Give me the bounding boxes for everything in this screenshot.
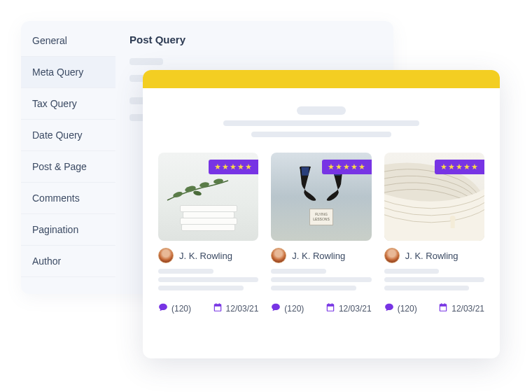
calendar-icon [213,302,223,314]
sidebar-label: Tax Query [32,98,77,109]
calendar-icon [438,302,448,314]
sidebar-label: Author [32,255,61,267]
post-date-value: 12/03/21 [226,304,259,314]
comment-icon [158,302,168,314]
svg-point-2 [199,181,209,188]
svg-point-4 [192,190,202,197]
comment-count: (120) [158,302,191,314]
post-date: 12/03/21 [326,302,372,314]
placeholder [130,58,163,65]
post-meta: (120) 12/03/21 [158,302,258,314]
post-card[interactable]: ★★★★★ J. K. Rowling (120) [384,153,484,314]
post-card[interactable]: ★★★★★ J. K. Rowling (120) [158,153,258,314]
content-title: Post Query [130,34,379,46]
post-thumbnail: FLYING LESSONS ★★★★★ [271,153,371,241]
excerpt-placeholder [271,269,371,294]
comment-count: (120) [271,302,304,314]
rating-badge: ★★★★★ [209,160,258,174]
author-row: J. K. Rowling [271,248,371,263]
comment-icon [384,302,394,314]
calendar-icon [326,302,335,314]
plant-illustration [164,172,234,207]
placeholder-row [130,58,379,65]
excerpt-placeholder [384,269,484,294]
sidebar-item-general[interactable]: General [21,25,115,57]
preview-topbar [143,70,500,88]
post-date: 12/03/21 [213,302,259,314]
sidebar-label: General [32,35,67,46]
sidebar-item-pagination[interactable]: Pagination [21,214,115,246]
post-date-value: 12/03/21 [451,304,484,314]
post-thumbnail: ★★★★★ [158,153,258,241]
post-date-value: 12/03/21 [339,304,372,314]
rating-badge: ★★★★★ [322,160,372,174]
rating-badge: ★★★★★ [435,160,484,174]
post-card[interactable]: FLYING LESSONS ★★★★★ J. K. Rowling [271,153,371,314]
post-cards-row: ★★★★★ J. K. Rowling (120) [158,153,484,314]
excerpt-placeholder [158,269,258,294]
sidebar-label: Pagination [32,224,78,235]
comment-count: (120) [384,302,417,314]
author-avatar [158,248,174,263]
author-name: J. K. Rowling [405,251,458,261]
sidebar-item-date-query[interactable]: Date Query [21,120,115,151]
author-row: J. K. Rowling [158,248,258,263]
preview-header [158,106,484,137]
sidebar-label: Comments [32,192,80,204]
author-name: J. K. Rowling [292,251,345,261]
post-meta: (120) 12/03/21 [384,302,484,314]
boot-illustration [292,165,318,202]
preview-body: ★★★★★ J. K. Rowling (120) [143,88,500,326]
sidebar-item-meta-query[interactable]: Meta Query [21,57,115,88]
books-illustration [180,206,237,231]
comment-icon [271,302,281,314]
sidebar-label: Meta Query [32,66,83,78]
author-name: J. K. Rowling [179,251,232,261]
author-avatar [271,248,286,263]
comment-count-value: (120) [172,304,191,314]
placeholder [297,106,346,115]
sidebar-item-tax-query[interactable]: Tax Query [21,88,115,120]
sidebar-label: Post & Page [32,161,87,172]
comment-count-value: (120) [398,304,417,314]
placeholder [251,132,391,137]
author-avatar [384,248,400,263]
svg-rect-6 [450,220,454,228]
placeholder [223,120,419,126]
svg-point-3 [214,178,224,185]
post-meta: (120) 12/03/21 [271,302,371,314]
author-row: J. K. Rowling [384,248,484,263]
preview-panel: ★★★★★ J. K. Rowling (120) [143,70,500,358]
sidebar-label: Date Query [32,130,83,141]
post-thumbnail: ★★★★★ [384,153,484,241]
post-date: 12/03/21 [438,302,484,314]
sidebar: General Meta Query Tax Query Date Query … [21,21,115,294]
sidebar-item-comments[interactable]: Comments [21,183,115,214]
sign-illustration: FLYING LESSONS [309,209,333,225]
sidebar-item-author[interactable]: Author [21,246,115,277]
comment-count-value: (120) [284,304,304,314]
sidebar-item-post-page[interactable]: Post & Page [21,151,115,183]
